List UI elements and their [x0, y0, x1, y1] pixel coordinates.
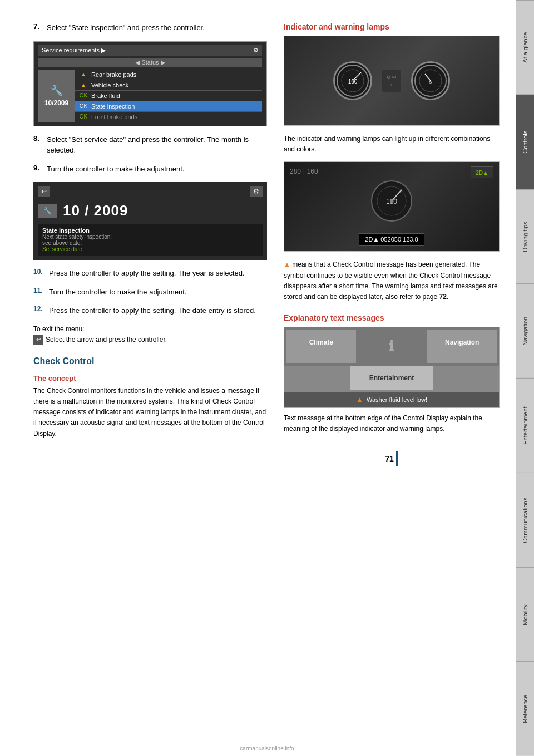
idrive-info-cell: ℹ: [357, 330, 427, 363]
menu-item-label-5: Front brake pads: [91, 114, 137, 120]
tab-communications-label: Communications: [522, 497, 528, 543]
menu-title-text: Service requirements ▶: [42, 47, 106, 54]
tab-mobility-label: Mobility: [522, 604, 528, 625]
sc2-info-set: Set service date: [42, 246, 258, 252]
step-11-text: Turn the controller to make the adjustme…: [49, 287, 186, 298]
sc2-top-bar: ↩ ⚙: [38, 186, 263, 197]
step-7-text: Select "State inspection" and press the …: [47, 22, 205, 33]
step-8-text: Select "Set service date" and press the …: [47, 134, 267, 156]
idrive-climate-label: Climate: [309, 338, 333, 346]
ok-icon-2: OK: [79, 103, 88, 109]
tab-reference[interactable]: Reference: [516, 661, 534, 756]
warning-bar-text: Washer fluid level low!: [367, 396, 427, 403]
to-exit-text: To exit the menu: ↩ Select the arrow and…: [33, 324, 267, 345]
menu-item-state-inspection: OK State inspection: [75, 101, 262, 112]
svg-point-12: [390, 199, 393, 203]
menu-item-brake-fluid: OK Brake fluid: [75, 91, 262, 101]
tab-at-a-glance[interactable]: At a glance: [516, 0, 534, 95]
step-11-number: 11.: [33, 287, 46, 294]
idrive-info-icon: ℹ: [389, 338, 394, 354]
sc2-car-icon: 🔧: [38, 204, 57, 218]
page-blue-bar: [396, 451, 398, 466]
check-control-heading: Check Control: [33, 356, 267, 366]
arrow-box-icon: ↩: [33, 335, 43, 345]
menu-settings-icon: ⚙: [253, 47, 259, 54]
arrow-instruction: ↩ Select the arrow and press the control…: [33, 335, 267, 345]
sc2-settings-icon: ⚙: [250, 186, 263, 197]
idrive-grid: Climate ℹ Navigation: [284, 327, 499, 366]
idrive-climate-cell: Climate: [286, 330, 356, 363]
tab-controls[interactable]: Controls: [516, 95, 534, 189]
tab-navigation[interactable]: Navigation: [516, 283, 534, 378]
explanatory-section: Explanatory text messages Climate ℹ Navi…: [284, 313, 500, 434]
tab-at-a-glance-label: At a glance: [522, 32, 528, 63]
tab-entertainment[interactable]: Entertainment: [516, 378, 534, 473]
menu-title: Service requirements ▶ ⚙: [38, 45, 262, 56]
service-requirements-screenshot: Service requirements ▶ ⚙ ◀ Status ▶ 🔧 10…: [33, 41, 267, 126]
step-12: 12. Press the controller to apply the se…: [33, 305, 267, 316]
explanatory-body-text: Text message at the bottom edge of the C…: [284, 413, 500, 434]
tab-navigation-label: Navigation: [522, 317, 528, 346]
idrive-row2: Entertainment: [284, 366, 499, 392]
sc2-info-next: Next state safety inspection:: [42, 234, 258, 240]
step-11: 11. Turn the controller to make the adju…: [33, 287, 267, 298]
idrive-entertainment-label: Entertainment: [369, 374, 414, 382]
warning-triangle-icon: ▲: [356, 395, 363, 404]
sc2-info-block: State inspection Next state safety inspe…: [38, 224, 263, 256]
idrive-navigation-cell: Navigation: [427, 330, 497, 363]
menu-item-label-2: Vehicle check: [91, 82, 128, 89]
tachometer-icon: 5: [411, 61, 450, 100]
tab-entertainment-label: Entertainment: [522, 406, 528, 444]
to-exit-label: To exit the menu:: [33, 324, 267, 335]
arrow-instruction-text: Select the arrow and press the controlle…: [46, 335, 167, 345]
step-12-number: 12.: [33, 305, 46, 313]
step-10: 10. Press the controller to apply the se…: [33, 268, 267, 279]
step-9: 9. Turn the controller to make the adjus…: [33, 164, 267, 175]
watermark: carmanualsonline.info: [240, 745, 294, 752]
tab-communications[interactable]: Communications: [516, 473, 534, 567]
sc2-info-title: State inspection: [42, 227, 258, 234]
step-10-text: Press the controller to apply the settin…: [49, 268, 245, 279]
sc2-date-main: 🔧 10 / 2009: [38, 199, 263, 223]
idrive-entertainment-cell: Entertainment: [350, 366, 432, 390]
menu-item-vehicle-check: ▲ Vehicle check: [75, 80, 262, 91]
car-icon: 🔧: [51, 85, 63, 97]
sc2-info-see: see above date.: [42, 240, 258, 246]
idrive-nav-label: Navigation: [445, 338, 479, 346]
idrive-warning-bar: ▲ Washer fluid level low!: [284, 392, 499, 407]
menu-main-row: 🔧 10/2009 ▲ Rear brake pads ▲ Vehicle ch…: [38, 70, 262, 122]
step-9-text: Turn the controller to make the adjustme…: [47, 164, 184, 175]
date-adjustment-screenshot: ↩ ⚙ 🔧 10 / 2009 State inspection Next st…: [33, 182, 267, 260]
concept-body-text: The Check Control monitors functions in …: [33, 386, 267, 439]
indicator-body-text: The indicator and warning lamps can ligh…: [284, 134, 500, 155]
warning-body: means that a Check Control message has b…: [284, 261, 498, 301]
dashboard-screenshot-1: 160 ⚙ ✉ D+ 5: [284, 36, 500, 126]
step-10-number: 10.: [33, 268, 46, 276]
step-12-text: Press the controller to apply the settin…: [49, 305, 256, 316]
dash2-display-text: 2D▲ 052050 123.8: [365, 236, 418, 243]
sc2-date-display: 10 / 2009: [63, 202, 128, 219]
menu-item-label-1: Rear brake pads: [91, 71, 136, 78]
tab-reference-label: Reference: [522, 695, 528, 723]
side-tabs: At a glance Controls Driving tips Naviga…: [516, 0, 534, 756]
ok-icon-3: OK: [79, 114, 88, 120]
menu-screenshot: Service requirements ▶ ⚙ ◀ Status ▶ 🔧 10…: [34, 42, 266, 126]
dash-img-2: 280 | 160 180 2D▲: [284, 162, 499, 251]
menu-status: ◀ Status ▶: [38, 58, 262, 67]
tab-mobility[interactable]: Mobility: [516, 567, 534, 662]
warning-text: ▲ means that a Check Control message has…: [284, 259, 500, 302]
menu-item-rear-brake: ▲ Rear brake pads: [75, 70, 262, 80]
menu-item-label-4: State inspection: [91, 103, 135, 110]
step-8-number: 8.: [33, 134, 43, 143]
page-number-container: 71: [284, 451, 500, 466]
menu-item-label-3: Brake fluid: [91, 92, 120, 99]
dashboard-screenshot-2: 280 | 160 180 2D▲: [284, 161, 500, 252]
ok-icon-1: OK: [79, 92, 88, 99]
step-7-number: 7.: [33, 22, 43, 31]
menu-date: 10/2009: [44, 99, 68, 107]
dash-img-1: 160 ⚙ ✉ D+ 5: [284, 36, 499, 125]
warn-icon-2: ▲: [79, 82, 88, 88]
tab-driving-tips[interactable]: Driving tips: [516, 189, 534, 284]
back-arrow-icon: ↩: [38, 186, 50, 197]
warning-symbol: ▲: [284, 261, 290, 268]
